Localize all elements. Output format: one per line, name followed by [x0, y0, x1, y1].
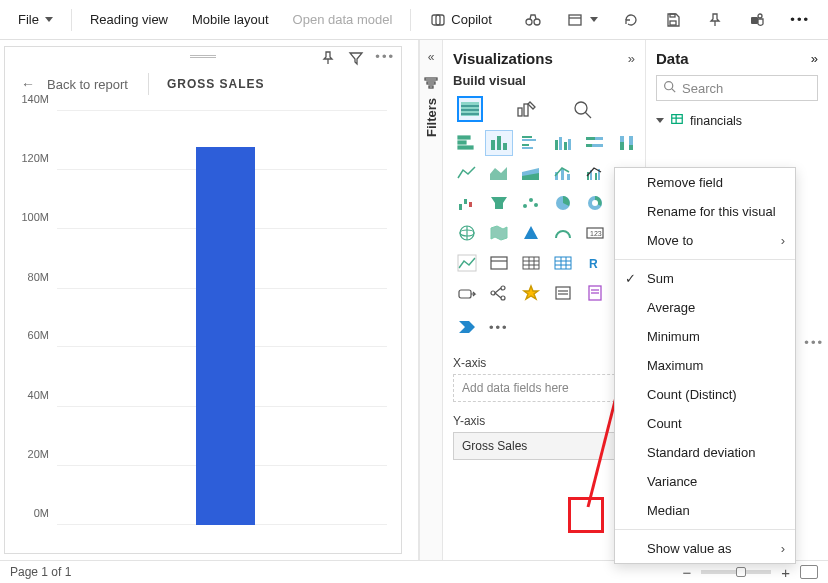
svg-rect-55	[459, 204, 462, 210]
ctx-count[interactable]: Count	[615, 409, 795, 438]
expand-right-icon[interactable]: »	[628, 51, 635, 66]
ellipsis-icon[interactable]: •••	[804, 335, 824, 350]
report-canvas: ••• ← Back to report GROSS SALES 0M 20M …	[0, 40, 419, 560]
zoom-slider[interactable]	[701, 570, 771, 574]
viztype-qa[interactable]	[517, 280, 545, 306]
ctx-sum[interactable]: Sum	[615, 264, 795, 293]
back-to-report-link[interactable]: Back to report	[47, 77, 128, 92]
ctx-maximum[interactable]: Maximum	[615, 351, 795, 380]
viztype-smart-narrative[interactable]	[549, 280, 577, 306]
svg-rect-57	[469, 202, 472, 207]
analytics-tab[interactable]	[569, 96, 595, 122]
viztype-100-stacked-column[interactable]	[613, 130, 641, 156]
zoom-in-button[interactable]: +	[781, 564, 790, 581]
viztype-line[interactable]	[453, 160, 481, 186]
svg-point-64	[592, 200, 598, 206]
reading-view-button[interactable]: Reading view	[80, 6, 178, 33]
file-menu[interactable]: File	[8, 6, 63, 33]
viztype-stacked-area[interactable]	[517, 160, 545, 186]
viztype-clustered-column[interactable]	[549, 130, 577, 156]
mobile-layout-label: Mobile layout	[192, 12, 269, 27]
viztype-line-clustered-column[interactable]	[581, 160, 609, 186]
ctx-rename[interactable]: Rename for this visual	[615, 197, 795, 226]
ctx-count-distinct[interactable]: Count (Distinct)	[615, 380, 795, 409]
ctx-median[interactable]: Median	[615, 496, 795, 525]
refresh-button[interactable]	[612, 5, 650, 35]
viztype-stacked-bar[interactable]	[453, 130, 481, 156]
pin-icon[interactable]	[319, 49, 337, 67]
xaxis-well[interactable]: Add data fields here	[453, 374, 635, 402]
viztype-map[interactable]	[453, 220, 481, 246]
ctx-variance[interactable]: Variance	[615, 467, 795, 496]
viztype-slicer[interactable]	[485, 250, 513, 276]
binoculars-icon	[524, 11, 542, 29]
viztype-gauge[interactable]	[549, 220, 577, 246]
table-row[interactable]: financials	[656, 109, 818, 132]
viztype-area[interactable]	[485, 160, 513, 186]
viztype-kpi[interactable]	[453, 250, 481, 276]
more-visuals-button[interactable]: •••	[489, 320, 509, 335]
ctx-show-value-as[interactable]: Show value as	[615, 534, 795, 563]
svg-rect-33	[555, 140, 558, 150]
bar[interactable]	[196, 147, 255, 525]
y-tick: 100M	[21, 211, 49, 223]
svg-line-106	[672, 89, 675, 92]
ctx-minimum[interactable]: Minimum	[615, 322, 795, 351]
viztype-waterfall[interactable]	[453, 190, 481, 216]
build-visual-tab[interactable]	[457, 96, 483, 122]
data-pane-header: Data »	[646, 40, 828, 73]
filter-icon[interactable]	[347, 49, 365, 67]
ctx-average[interactable]: Average	[615, 293, 795, 322]
viztype-scatter[interactable]	[517, 190, 545, 216]
viztype-card[interactable]: 123	[581, 220, 609, 246]
viztype-pie[interactable]	[549, 190, 577, 216]
chevron-down-icon	[590, 17, 598, 22]
viztype-line-stacked-column[interactable]	[549, 160, 577, 186]
yaxis-well[interactable]: Gross Sales	[453, 432, 635, 460]
viztype-donut[interactable]	[581, 190, 609, 216]
data-search-input[interactable]: Search	[656, 75, 818, 101]
zoom-out-button[interactable]: −	[682, 564, 691, 581]
ctx-remove-field[interactable]: Remove field	[615, 168, 795, 197]
back-arrow-icon[interactable]: ←	[21, 76, 35, 92]
open-data-model-label: Open data model	[293, 12, 393, 27]
viztype-funnel[interactable]	[485, 190, 513, 216]
ctx-move-to[interactable]: Move to	[615, 226, 795, 255]
document-dropdown[interactable]	[556, 5, 608, 35]
more-button[interactable]: •••	[780, 6, 820, 33]
viztype-paginated-report[interactable]	[581, 280, 609, 306]
viztype-table[interactable]	[517, 250, 545, 276]
save-button[interactable]	[654, 5, 692, 35]
explore-button[interactable]	[514, 5, 552, 35]
collapse-left-icon[interactable]: «	[428, 50, 435, 64]
viztype-stacked-column[interactable]	[485, 130, 513, 156]
viztype-100-stacked-bar[interactable]	[581, 130, 609, 156]
expand-right-icon[interactable]: »	[811, 51, 818, 66]
filters-pane-collapsed[interactable]: « Filters	[419, 40, 443, 560]
copilot-button[interactable]: Copilot	[419, 5, 501, 35]
ellipsis-icon[interactable]: •••	[375, 49, 395, 67]
ctx-stddev[interactable]: Standard deviation	[615, 438, 795, 467]
svg-rect-4	[569, 15, 581, 25]
svg-rect-107	[672, 115, 683, 124]
viztype-r-visual[interactable]: R	[581, 250, 609, 276]
viztype-clustered-bar[interactable]	[517, 130, 545, 156]
viztype-filled-map[interactable]	[485, 220, 513, 246]
svg-point-10	[758, 14, 762, 18]
document-icon	[566, 11, 584, 29]
format-visual-tab[interactable]	[513, 96, 539, 122]
separator	[615, 259, 795, 260]
teams-button[interactable]	[738, 5, 776, 35]
viztype-matrix[interactable]	[549, 250, 577, 276]
viztype-key-influencers[interactable]	[453, 280, 481, 306]
mobile-layout-button[interactable]: Mobile layout	[182, 6, 279, 33]
visual-card[interactable]: ••• ← Back to report GROSS SALES 0M 20M …	[4, 46, 402, 554]
viztype-azure-map[interactable]	[517, 220, 545, 246]
pin-button[interactable]	[696, 5, 734, 35]
viztype-power-automate[interactable]	[453, 314, 481, 340]
svg-rect-24	[458, 141, 466, 144]
grip-icon[interactable]	[190, 55, 216, 58]
fit-to-page-button[interactable]	[800, 565, 818, 579]
viztype-decomposition-tree[interactable]	[485, 280, 513, 306]
ctx-label: Count (Distinct)	[647, 387, 737, 402]
